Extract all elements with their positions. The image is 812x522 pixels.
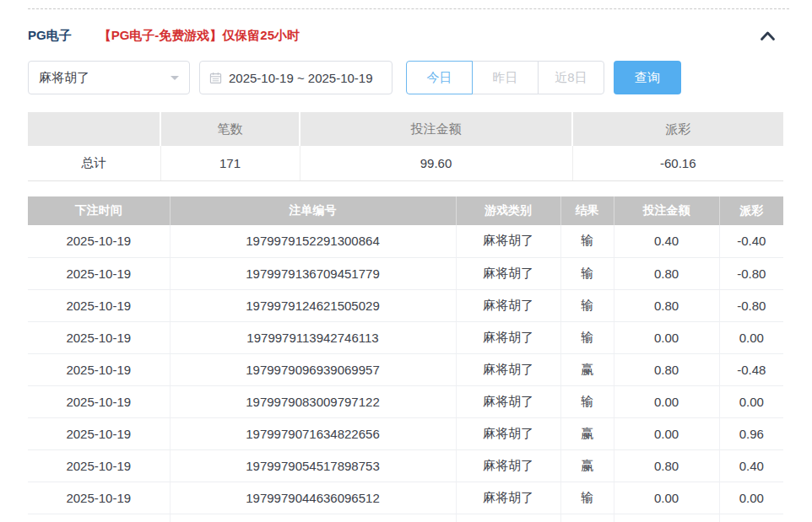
summary-header-bet-amount: 投注金额 <box>300 112 572 146</box>
cell-order-no: 1979979044636096512 <box>170 482 456 514</box>
cell-bet-amount: 0.00 <box>614 321 719 353</box>
cell-bet-time: 2025-10-19 <box>28 225 170 257</box>
cell-order-no <box>170 514 456 522</box>
caret-down-icon <box>171 76 179 84</box>
cell-result: 赢 <box>560 353 614 385</box>
quick-range-button-group: 今日 昨日 近8日 <box>406 61 604 94</box>
date-range-input[interactable]: 2025-10-19 ~ 2025-10-19 <box>199 61 392 94</box>
cell-result: 输 <box>560 385 614 417</box>
cell-order-no: 1979979124621505029 <box>170 289 456 321</box>
cell-bet-time: 2025-10-19 <box>28 417 170 449</box>
cell-order-no: 1979979113942746113 <box>170 321 456 353</box>
cell-game-type: 麻将胡了 <box>456 514 560 522</box>
detail-table-body: 2025-10-19 1979979152291300864 麻将胡了 输 0.… <box>28 225 783 522</box>
section-header: PG电子 【PG电子-免费游戏】仅保留25小时 <box>28 28 783 44</box>
search-button[interactable]: 查询 <box>614 61 681 94</box>
game-select[interactable]: 麻将胡了 <box>28 61 190 94</box>
cell-bet-amount: 0.00 <box>614 385 719 417</box>
detail-header-result: 结果 <box>560 196 614 225</box>
detail-header-order-no: 注单编号 <box>170 196 456 225</box>
cell-payout: 0.00 <box>719 482 783 514</box>
cell-order-no: 1979979054517898753 <box>170 449 456 482</box>
summary-table: 笔数 投注金额 派彩 总计 171 99.60 -60.16 <box>28 112 783 181</box>
cell-order-no: 1979979083009797122 <box>170 385 456 417</box>
summary-header-payout: 派彩 <box>572 112 783 146</box>
cell-result: 赢 <box>560 417 614 449</box>
cell-game-type: 麻将胡了 <box>456 289 560 321</box>
cell-bet-amount: 0.80 <box>614 449 719 482</box>
summary-total-label: 总计 <box>28 146 160 181</box>
table-row: 2025-10-19 1979979054517898753 麻将胡了 赢 0.… <box>28 449 783 482</box>
cell-bet-time: 2025-10-19 <box>28 482 170 514</box>
collapse-chevron-up-icon[interactable] <box>759 30 777 42</box>
cell-bet-time: 2025-10-19 <box>28 385 170 417</box>
summary-header-row: 笔数 投注金额 派彩 <box>28 112 783 146</box>
cell-result: 输 <box>560 289 614 321</box>
summary-header-count: 笔数 <box>160 112 300 146</box>
divider-dashed <box>28 8 789 9</box>
cell-bet-amount <box>614 514 719 522</box>
quick-button-last8days[interactable]: 近8日 <box>538 61 604 94</box>
cell-order-no: 1979979152291300864 <box>170 225 456 257</box>
detail-table: 下注时间 注单编号 游戏类别 结果 投注金额 派彩 2025-10-19 197… <box>28 196 783 522</box>
cell-payout <box>719 514 783 522</box>
calendar-icon <box>209 72 222 84</box>
cell-payout: 0.40 <box>719 449 783 482</box>
table-row: 2025-10-19 1979979044636096512 麻将胡了 输 0.… <box>28 482 783 514</box>
table-row: 2025-10-19 1979979096939069957 麻将胡了 赢 0.… <box>28 353 783 385</box>
cell-payout: -0.40 <box>719 225 783 257</box>
cell-bet-amount: 0.40 <box>614 225 719 257</box>
cell-payout: -0.80 <box>719 289 783 321</box>
cell-bet-time: 2025-10-19 <box>28 321 170 353</box>
summary-count-value: 171 <box>160 146 300 181</box>
cell-result: 赢 <box>560 514 614 522</box>
cell-bet-time: 2025-10-19 <box>28 289 170 321</box>
cell-payout: 0.96 <box>719 417 783 449</box>
summary-total-row: 总计 171 99.60 -60.16 <box>28 146 783 181</box>
cell-payout: 0.00 <box>719 385 783 417</box>
summary-header-blank <box>28 112 160 146</box>
retention-notice: 【PG电子-免费游戏】仅保留25小时 <box>99 28 300 44</box>
cell-result: 输 <box>560 321 614 353</box>
cell-result: 输 <box>560 482 614 514</box>
cell-game-type: 麻将胡了 <box>456 321 560 353</box>
cell-order-no: 1979979096939069957 <box>170 353 456 385</box>
cell-game-type: 麻将胡了 <box>456 417 560 449</box>
quick-button-yesterday[interactable]: 昨日 <box>472 61 539 94</box>
cell-bet-amount: 0.80 <box>614 353 719 385</box>
date-range-value: 2025-10-19 ~ 2025-10-19 <box>229 71 373 85</box>
cell-payout: 0.00 <box>719 321 783 353</box>
provider-title: PG电子 <box>28 28 72 44</box>
detail-header-bet-amount: 投注金额 <box>614 196 719 225</box>
summary-payout-value: -60.16 <box>572 146 783 181</box>
table-row: 2025-10-19 1979979113942746113 麻将胡了 输 0.… <box>28 321 783 353</box>
cell-result: 赢 <box>560 449 614 482</box>
cell-game-type: 麻将胡了 <box>456 385 560 417</box>
cell-bet-amount: 0.00 <box>614 417 719 449</box>
cell-bet-time: 2025-10-19 <box>28 353 170 385</box>
cell-bet-time: 2025-10-19 <box>28 257 170 289</box>
table-row: 2025-10-19 1979979152291300864 麻将胡了 输 0.… <box>28 225 783 257</box>
cell-result: 输 <box>560 257 614 289</box>
detail-header-bet-time: 下注时间 <box>28 196 170 225</box>
cell-game-type: 麻将胡了 <box>456 449 560 482</box>
game-select-value: 麻将胡了 <box>39 70 89 86</box>
cell-bet-time: 2025-10-19 <box>28 449 170 482</box>
cell-game-type: 麻将胡了 <box>456 482 560 514</box>
cell-game-type: 麻将胡了 <box>456 257 560 289</box>
cell-payout: -0.80 <box>719 257 783 289</box>
cell-payout: -0.48 <box>719 353 783 385</box>
detail-header-row: 下注时间 注单编号 游戏类别 结果 投注金额 派彩 <box>28 196 783 225</box>
cell-bet-amount: 0.80 <box>614 289 719 321</box>
filter-bar: 麻将胡了 2025-10-19 ~ 2025-10-19 今日 昨日 近8日 查… <box>28 61 783 94</box>
quick-button-today[interactable]: 今日 <box>406 61 473 94</box>
cell-order-no: 1979979136709451779 <box>170 257 456 289</box>
table-row: 2025-10-19 1979979071634822656 麻将胡了 赢 0.… <box>28 417 783 449</box>
summary-bet-amount-value: 99.60 <box>300 146 572 181</box>
table-row: 2025-10-19 1979979136709451779 麻将胡了 输 0.… <box>28 257 783 289</box>
detail-header-payout: 派彩 <box>719 196 783 225</box>
cell-bet-time <box>28 514 170 522</box>
detail-header-game-type: 游戏类别 <box>456 196 560 225</box>
table-row: 麻将胡了 赢 <box>28 514 783 522</box>
cell-bet-amount: 0.80 <box>614 257 719 289</box>
